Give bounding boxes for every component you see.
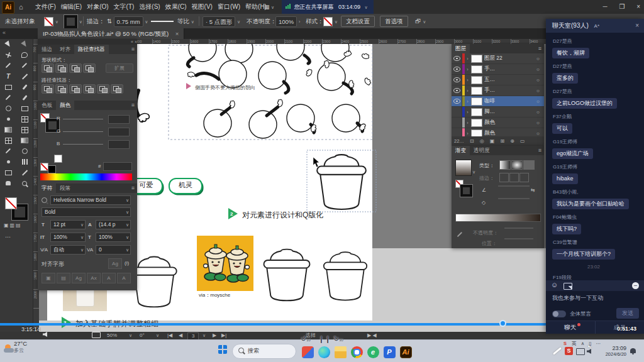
taskbar-app-file-explorer[interactable] [332,346,348,361]
new-sublayer-icon[interactable]: ⊞ [500,138,504,144]
expand-button[interactable]: 扩展 [106,63,133,73]
cast-icon[interactable] [576,348,585,355]
visibility-toggle[interactable] [452,85,462,96]
font-style-field[interactable]: Bold∨ [42,207,131,217]
stroke-preview[interactable] [151,14,174,28]
r-value[interactable] [108,115,130,124]
panel-close-icon[interactable]: × [135,40,137,44]
taskbar-app-p-app[interactable]: P [381,346,397,361]
style-swatch[interactable]: ∨ [323,14,338,29]
type-tool[interactable]: T [0,71,16,82]
expand-arrow-icon[interactable]: › [465,67,470,72]
mute-all-toggle[interactable] [552,310,566,317]
collect-export-icon[interactable]: ⊡ [470,138,474,144]
font-family-field[interactable]: Helvetica Narrow Bold∨ [50,195,131,205]
expand-arrow-icon[interactable]: › [465,99,470,104]
tab-gradient[interactable]: 渐变 [452,146,470,155]
tag-button-clever[interactable]: 机灵 [169,178,203,194]
panel-menu-icon[interactable]: ≡ [131,184,135,193]
crop-button[interactable] [83,84,96,94]
slice-tool[interactable] [16,167,33,178]
fill-stroke-proxy[interactable] [5,197,28,219]
visibility-toggle[interactable] [452,53,462,63]
gradient-stroke-proxy[interactable] [460,185,472,197]
r-slider[interactable] [63,119,103,119]
gradient-thumbnail[interactable] [455,160,472,176]
glyph-option-6[interactable]: A [117,273,131,283]
zoom-chevron[interactable]: ∨ [129,332,132,339]
s-mini-icon[interactable]: S [564,341,567,346]
taskbar-search[interactable]: 搜索 [232,344,296,359]
toolbox-more-icon[interactable]: ⋯ [5,234,11,240]
leading-field[interactable]: (14.4 p∨ [96,220,131,229]
brush-dropdown[interactable]: · 5 点圆形 ∨ [203,14,240,29]
h-scale-field[interactable]: 100%∨ [96,233,131,242]
exclude-button[interactable] [83,63,96,73]
stroke-swatch[interactable]: ∨ [64,14,82,29]
outline-button[interactable] [97,84,109,94]
close-button[interactable]: × [636,3,640,10]
prev-frame-icon[interactable]: ◀ [179,332,182,339]
column-graph-tool[interactable] [16,156,33,167]
direct-selection-tool[interactable] [16,39,33,50]
angle-field[interactable]: ∨ [498,185,530,187]
new-layer-icon[interactable]: ⊕ [510,138,514,144]
rotation-value[interactable]: 0° [140,332,145,339]
draw-mode-buttons[interactable]: ▣▥▤ [4,222,30,228]
pencil-tool[interactable] [0,92,16,103]
kerning-field[interactable]: 自动∨ [50,245,86,255]
stroke-across-button[interactable] [519,173,529,182]
tab-close-icon[interactable]: × [175,30,179,37]
menu-item[interactable]: 窗口(W) [215,0,243,14]
location-field[interactable]: ∨ [504,238,533,239]
info-icon[interactable]: (i) [125,260,129,266]
maximize-button[interactable]: ❐ [619,3,625,10]
panel-menu-icon[interactable]: ≡ [131,101,135,110]
target-circle-icon[interactable]: ○ [536,109,544,115]
tray-expand-icon[interactable]: ∧ [581,341,585,346]
curvature-tool[interactable] [16,60,33,71]
tray-mini-row[interactable]: S 英 ∧ ▯ ⋯ [564,341,601,347]
s-app-icon[interactable]: S [565,347,573,355]
glyph-option-5[interactable]: A [102,273,116,283]
target-circle-icon[interactable]: ○ [536,77,544,83]
artboard-chevron[interactable]: ∨ [203,332,206,339]
scale-tool[interactable] [16,103,33,114]
divide-button[interactable] [42,84,54,94]
illustrator-logo-icon[interactable]: Ai [2,1,14,14]
gradient-preset-chevron[interactable]: ∨ [472,170,475,175]
expand-arrow-icon[interactable]: › [465,131,470,136]
tab-layers[interactable]: 图层 [452,44,470,53]
b-value[interactable] [108,140,130,149]
tab-character[interactable]: 字符 [38,184,56,193]
visibility-toggle[interactable] [452,118,462,128]
progress-knob[interactable] [499,320,506,327]
g-value[interactable] [108,128,130,136]
layer-row[interactable]: ›图层 22○ [452,53,544,64]
target-circle-icon[interactable]: ○ [536,88,544,94]
linear-gradient-button[interactable] [499,160,511,170]
shaper-tool[interactable] [16,92,33,103]
lasso-tool[interactable] [16,50,33,60]
eyedropper-tool[interactable] [0,146,16,156]
v-scale-field[interactable]: 100%∨ [50,233,86,242]
stroke-within-button[interactable] [499,173,509,182]
zoom-tool[interactable] [16,178,33,189]
locate-icon[interactable]: ◎ [480,138,484,144]
glyph-option-1[interactable]: ▣ [42,273,55,283]
layer-row[interactable]: ›颜色○ [452,128,544,136]
target-circle-icon[interactable]: ○ [536,56,544,62]
target-circle-icon[interactable]: ○ [536,67,544,72]
glyph-option-2[interactable]: ▤ [57,273,70,283]
taskbar-app-illustrator[interactable]: Ai [397,346,414,361]
minus-back-button[interactable] [111,84,123,94]
g-slider[interactable] [63,131,103,132]
collapse-chat-icon[interactable]: – [632,282,639,289]
chat-message-list[interactable]: D27楚燕餐饮，潮牌D27楚燕蛮多的D27楚燕之前LOGO做过汉堡的F37企鹅可… [546,33,644,280]
merge-button[interactable] [69,84,82,94]
hand-tool[interactable] [0,178,16,189]
minus-front-button[interactable] [55,63,68,73]
tab-stroke[interactable]: 描边 [38,45,56,54]
target-circle-icon[interactable]: ○ [536,99,544,104]
layer-row[interactable]: ›颜色○ [452,118,544,128]
